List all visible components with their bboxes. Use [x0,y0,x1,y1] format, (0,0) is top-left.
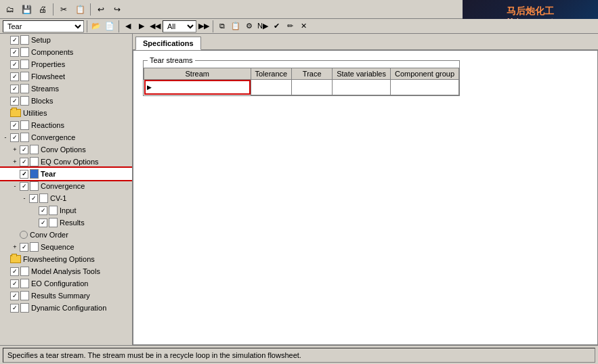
checkbox-eq-conv-options[interactable] [20,158,28,166]
toolbar-btn-5[interactable]: 📋 [72,2,87,17]
sidebar-item-properties[interactable]: Properties [0,58,132,70]
checkbox-streams[interactable] [10,85,19,93]
nav-new-btn[interactable]: 📄 [104,20,116,32]
checkbox-cv1[interactable] [29,194,38,203]
sidebar-item-convergence[interactable]: Convergence [0,131,132,143]
expand-icon-convergence2[interactable] [11,182,19,190]
checkbox-input[interactable] [39,206,47,215]
sidebar-item-cv1[interactable]: CV-1 [0,192,132,204]
col-tolerance: Tolerance [251,68,292,80]
sidebar-label-sequence: Sequence [41,243,74,251]
expand-icon-cv1[interactable] [20,194,28,202]
sidebar-label-tear: Tear [41,170,56,178]
doc-icon-results-summary [20,291,29,300]
sidebar-item-conv-order[interactable]: Conv Order [0,229,132,241]
checkbox-eo-configuration[interactable] [10,279,19,288]
sidebar-item-dynamic-configuration[interactable]: Dynamic Configuration [0,302,132,314]
checkbox-flowsheet[interactable] [10,72,19,81]
doc-icon-reactions [20,120,29,130]
sidebar-item-results[interactable]: Results [0,217,132,229]
checkbox-properties[interactable] [10,60,19,69]
checkbox-blocks[interactable] [10,97,19,106]
sidebar-item-components[interactable]: Components [0,46,132,58]
toolbar-btn-4[interactable]: ✂ [56,2,71,17]
nav-gear-btn[interactable]: ⚙ [243,20,255,32]
nav-sep [87,20,87,32]
checkbox-sequence[interactable] [20,243,28,252]
sidebar-item-utilities[interactable]: Utilities [0,107,132,119]
tab-specifications[interactable]: Specifications [135,37,201,50]
sidebar-item-setup[interactable]: Setup [0,34,132,46]
checkbox-results-summary[interactable] [10,292,19,300]
folder-icon-flowsheeting-options [10,255,21,263]
sidebar-label-streams: Streams [31,85,59,93]
sidebar-item-convergence2[interactable]: Convergence [0,180,132,192]
checkbox-conv-options[interactable] [20,145,28,154]
sidebar-item-results-summary[interactable]: Results Summary [0,290,132,302]
checkbox-dynamic-configuration[interactable] [10,304,19,313]
checkbox-results[interactable] [39,219,47,227]
sidebar-label-reactions: Reactions [31,121,64,129]
state-variables-cell[interactable] [333,80,391,95]
toolbar-btn-1[interactable]: 🗂 [3,2,18,17]
sidebar-item-tear[interactable]: Tear [0,168,132,180]
sidebar-label-input: Input [60,206,76,214]
doc-icon-cv1 [39,194,48,203]
nav-open-btn[interactable]: 📂 [90,20,102,32]
content-area: Tear streams Stream Tolerance Trace Stat… [133,50,598,345]
sidebar-item-blocks[interactable]: Blocks [0,95,132,107]
checkbox-convergence2[interactable] [20,182,28,191]
nav-edit-btn[interactable]: ✏ [284,20,296,32]
sidebar-item-eq-conv-options[interactable]: EQ Conv Options [0,156,132,168]
toolbar-btn-undo[interactable]: ↩ [93,2,108,17]
toolbar-btn-2[interactable]: 💾 [19,2,34,17]
checkbox-model-analysis-tools[interactable] [10,267,19,276]
checkbox-components[interactable] [10,48,19,57]
sidebar-item-flowsheet[interactable]: Flowsheet [0,70,132,83]
checkbox-reactions[interactable] [10,121,19,130]
sidebar-item-flowsheeting-options[interactable]: Flowsheeting Options [0,253,132,265]
nav-check-btn[interactable]: ✔ [270,20,282,32]
nav-skip-fwd-btn[interactable]: ▶▶ [198,20,210,32]
component-group-cell[interactable] [390,80,458,95]
nav-skip-back-btn[interactable]: ◀◀ [149,20,161,32]
nav-back-btn[interactable]: ◀ [122,20,134,32]
nav-close-btn[interactable]: ✕ [297,20,309,32]
nav-all-dropdown[interactable]: All [163,20,196,32]
sidebar-label-convergence2: Convergence [41,182,85,190]
sidebar-item-reactions[interactable]: Reactions [0,119,132,131]
expand-icon-convergence[interactable] [1,133,9,141]
tolerance-cell[interactable] [251,80,292,95]
checkbox-convergence[interactable] [10,133,19,142]
sidebar-item-input[interactable]: Input [0,204,132,217]
col-component-group: Component group [390,68,458,80]
checkbox-setup[interactable] [10,36,19,45]
expand-icon-eq-conv-options[interactable] [11,158,19,166]
sidebar-item-sequence[interactable]: Sequence [0,241,132,253]
sidebar-item-conv-options[interactable]: Conv Options [0,143,132,156]
nav-sep2 [119,20,119,32]
nav-paste-btn[interactable]: 📋 [230,20,242,32]
sidebar-item-eo-configuration[interactable]: EO Configuration [0,277,132,290]
expand-icon-sequence[interactable] [11,243,19,251]
toolbar-btn-redo[interactable]: ↪ [110,2,125,17]
circle-icon-conv-order [20,231,28,239]
sidebar-item-streams[interactable]: Streams [0,83,132,95]
sidebar-item-model-analysis-tools[interactable]: Model Analysis Tools [0,265,132,277]
sidebar-label-convergence: Convergence [31,133,75,141]
toolbar-btn-3[interactable]: 🖨 [35,2,50,17]
nav-copy-btn[interactable]: ⧉ [216,20,228,32]
nav-section-dropdown[interactable]: Tear [3,20,84,32]
sidebar-label-dynamic-configuration: Dynamic Configuration [31,304,106,312]
folder-icon-utilities [10,109,21,117]
stream-input[interactable] [153,81,249,93]
nav-flag-btn[interactable]: N▶ [257,20,269,32]
trace-cell[interactable] [292,80,333,95]
stream-input-cell[interactable]: ▶ [144,80,251,95]
expand-icon-conv-options[interactable] [11,145,19,154]
nav-sep3 [213,20,213,32]
checkbox-tear[interactable] [20,170,28,179]
doc-icon-properties [20,60,29,69]
nav-forward-btn[interactable]: ▶ [135,20,148,32]
sidebar-label-conv-order: Conv Order [30,231,68,239]
